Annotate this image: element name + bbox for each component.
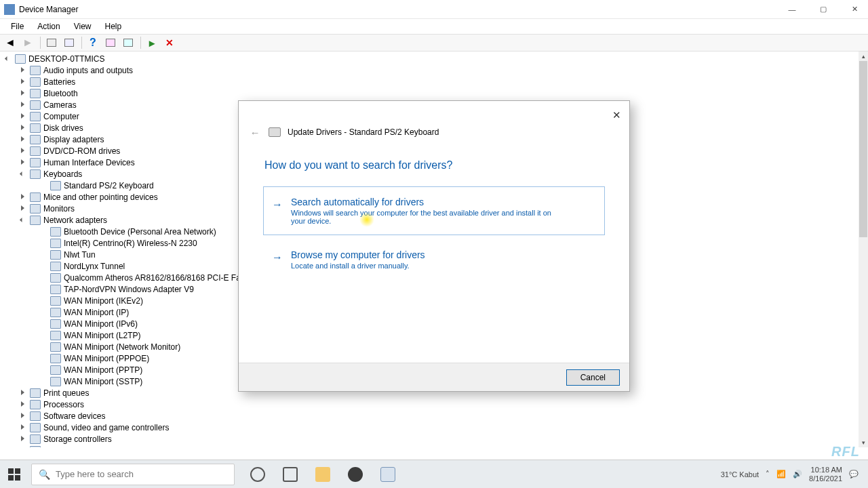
twisty-closed-icon[interactable] [19, 101, 27, 109]
option-description: Locate and install a driver manually. [291, 262, 562, 270]
taskbar-cortana[interactable] [243, 460, 273, 489]
toolbar-update-button[interactable] [121, 36, 136, 49]
toolbar-separator [140, 37, 141, 49]
twisty-closed-icon[interactable] [19, 412, 27, 420]
window-controls: — ▢ ✕ [783, 3, 864, 16]
weather-widget[interactable]: 31°C Kabut [721, 470, 759, 479]
taskbar-app-obs[interactable] [340, 460, 370, 489]
tree-category[interactable]: Bluetooth [0, 87, 859, 99]
tree-item-label: WAN Miniport (IP) [64, 308, 129, 317]
dialog-close-button[interactable]: ✕ [609, 108, 624, 123]
option-search-automatically[interactable]: → Search automatically for drivers Windo… [263, 186, 605, 235]
toolbar-uninstall-button[interactable]: ✕ [162, 36, 177, 49]
twisty-closed-icon[interactable] [19, 389, 27, 397]
twisty-open-icon[interactable] [19, 216, 27, 224]
taskbar-task-view[interactable] [275, 460, 305, 489]
menu-file[interactable]: File [4, 20, 31, 33]
toolbar-scan-button[interactable] [103, 36, 118, 49]
device-icon [30, 192, 41, 202]
tray-volume-icon[interactable]: 🔊 [793, 470, 802, 479]
device-icon [30, 135, 41, 144]
tree-category[interactable]: Processors [0, 399, 859, 410]
device-icon [30, 388, 41, 398]
tree-item-label: WAN Miniport (IPv6) [64, 319, 138, 329]
twisty-closed-icon[interactable] [19, 136, 27, 144]
twisty-closed-icon[interactable] [19, 205, 27, 213]
tray-chevron-up-icon[interactable]: ˄ [766, 470, 770, 479]
network-adapter-icon [50, 319, 61, 329]
device-icon [30, 100, 41, 110]
twisty-closed-icon[interactable] [19, 159, 27, 167]
tree-category[interactable]: Software devices [0, 410, 859, 422]
obs-icon [348, 467, 363, 482]
scrollbar-up-arrow-icon[interactable]: ▴ [859, 52, 868, 61]
toolbar-enable-button[interactable]: ▸ [144, 36, 159, 49]
dialog-back-button[interactable]: ← [248, 125, 262, 139]
twisty-closed-icon[interactable] [19, 424, 27, 432]
tree-category[interactable]: Batteries [0, 76, 859, 87]
network-adapter-icon [50, 342, 61, 352]
twisty-closed-icon[interactable] [19, 447, 27, 448]
keyboard-icon [30, 169, 41, 179]
tree-category[interactable]: Storage controllers [0, 433, 859, 445]
minimize-button[interactable]: — [783, 3, 802, 16]
device-icon [30, 434, 41, 444]
tree-item-label: Nlwt Tun [64, 250, 96, 260]
maximize-button[interactable]: ▢ [814, 3, 833, 16]
tree-item-label: Intel(R) Centrino(R) Wireless-N 2230 [64, 239, 197, 248]
tree-item-label: Keyboards [43, 169, 82, 179]
network-adapter-icon [50, 331, 61, 340]
arrow-right-icon: ► [22, 37, 33, 49]
start-button[interactable] [0, 460, 28, 489]
clock-time: 10:18 AM [809, 466, 842, 474]
search-icon: 🔍 [39, 469, 50, 480]
twisty-closed-icon[interactable] [19, 113, 27, 121]
twisty-closed-icon[interactable] [19, 66, 27, 75]
twisty-closed-icon[interactable] [19, 193, 27, 201]
toolbar-properties-button[interactable] [62, 36, 77, 49]
twisty-open-icon[interactable] [4, 55, 12, 63]
twisty-closed-icon[interactable] [19, 89, 27, 98]
device-icon [30, 66, 41, 75]
scrollbar-thumb[interactable] [859, 61, 867, 237]
twisty-closed-icon[interactable] [19, 401, 27, 409]
tree-category[interactable]: Sound, video and game controllers [0, 422, 859, 433]
tree-root[interactable]: DESKTOP-0TTMICS [0, 53, 859, 64]
tree-item-label: WAN Miniport (SSTP) [64, 377, 142, 386]
tree-category[interactable]: System devices [0, 445, 859, 447]
menu-view[interactable]: View [67, 20, 98, 33]
tree-category[interactable]: Audio inputs and outputs [0, 64, 859, 76]
option-browse-computer[interactable]: → Browse my computer for drivers Locate … [263, 239, 605, 280]
tree-item-label: System devices [43, 446, 100, 448]
tree-item-label: WAN Miniport (PPTP) [64, 365, 142, 375]
option-description: Windows will search your computer for th… [291, 209, 562, 225]
search-input[interactable] [56, 469, 227, 479]
menu-help[interactable]: Help [98, 20, 129, 33]
toolbar-back-button[interactable]: ◄ [3, 36, 18, 49]
twisty-closed-icon[interactable] [19, 435, 27, 443]
notifications-icon[interactable]: 💬 [849, 470, 859, 479]
system-clock[interactable]: 10:18 AM 8/16/2021 [809, 466, 842, 482]
tree-item-label: Sound, video and game controllers [43, 423, 169, 432]
app-icon [4, 4, 15, 15]
twisty-closed-icon[interactable] [19, 124, 27, 132]
toolbar-forward-button[interactable]: ► [20, 36, 35, 49]
taskbar-file-explorer[interactable] [308, 460, 338, 489]
toolbar-separator [81, 37, 82, 49]
taskbar-app-device-manager[interactable] [373, 460, 403, 489]
twisty-closed-icon[interactable] [19, 147, 27, 155]
toolbar-help-button[interactable]: ? [85, 36, 100, 49]
device-icon [30, 423, 41, 432]
twisty-closed-icon[interactable] [19, 78, 27, 86]
toolbar-show-hidden-button[interactable] [44, 36, 59, 49]
twisty-open-icon[interactable] [19, 170, 27, 178]
tree-item-label: Processors [43, 400, 84, 409]
tray-network-icon[interactable]: 📶 [776, 470, 786, 479]
close-button[interactable]: ✕ [845, 3, 864, 16]
scrollbar-down-arrow-icon[interactable]: ▾ [859, 438, 868, 447]
vertical-scrollbar[interactable]: ▴ ▾ [859, 52, 868, 447]
cancel-button[interactable]: Cancel [566, 369, 620, 386]
tree-item-label: Audio inputs and outputs [43, 66, 133, 75]
menu-action[interactable]: Action [31, 20, 66, 33]
taskbar-search[interactable]: 🔍 [31, 464, 235, 485]
